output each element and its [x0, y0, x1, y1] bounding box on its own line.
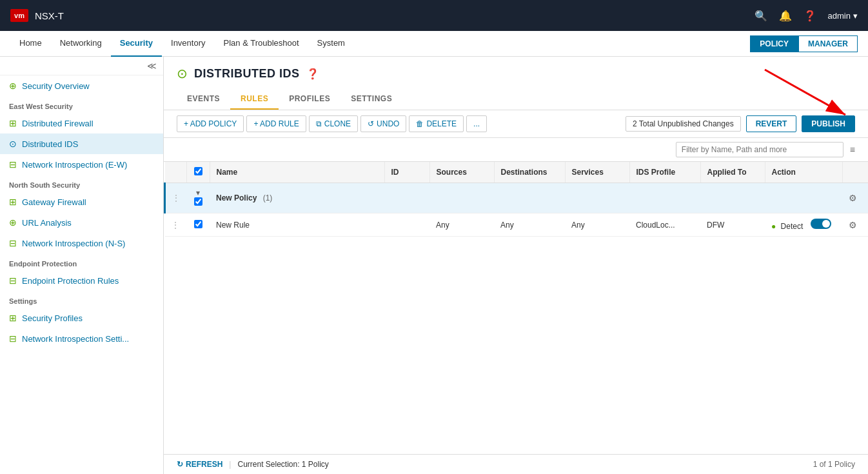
table-header-row: Name ID Sources Destinations Services ID… [165, 162, 869, 183]
page-header: ⊙ DISTRIBUTED IDS ❓ EVENTS RULES PROFILE… [164, 57, 868, 110]
user-menu[interactable]: admin ▾ [828, 11, 858, 21]
policy-checkbox[interactable] [194, 197, 202, 206]
sidebar-item-network-ns[interactable]: ⊟ Network Introspection (N-S) [0, 233, 163, 253]
sidebar-item-security-profiles[interactable]: ⊞ Security Profiles [0, 308, 163, 328]
rule-drag-handle: ⋮ [165, 213, 187, 237]
rule-name-cell: New Rule [210, 213, 384, 237]
manager-button[interactable]: MANAGER [798, 35, 858, 52]
sidebar-item-url-analysis[interactable]: ⊕ URL Analysis [0, 212, 163, 233]
sidebar-label-url-analysis: URL Analysis [22, 218, 72, 228]
publish-button[interactable]: PUBLISH [802, 115, 855, 132]
filter-input[interactable] [676, 142, 843, 157]
tab-events[interactable]: EVENTS [177, 89, 230, 110]
bell-icon[interactable]: 🔔 [779, 10, 792, 22]
clone-icon: ⧉ [316, 119, 322, 128]
detect-dot-icon: ● [771, 222, 776, 231]
rule-destinations-cell: Any [494, 213, 565, 237]
sidebar-item-security-overview[interactable]: ⊕ Security Overview [0, 75, 163, 96]
sidebar-collapse: ≪ [0, 57, 163, 75]
col-ids-profile: IDS Profile [629, 162, 700, 183]
rule-name: New Rule [216, 221, 250, 230]
policy-gear-cell: ⚙ [842, 183, 868, 213]
sidebar-label-endpoint-protection: Endpoint Protection Rules [22, 276, 119, 286]
content-area: ⊙ DISTRIBUTED IDS ❓ EVENTS RULES PROFILE… [164, 57, 868, 474]
add-policy-label: + ADD POLICY [184, 119, 237, 128]
nav-networking[interactable]: Networking [51, 31, 111, 57]
main-layout: ≪ ⊕ Security Overview East West Security… [0, 57, 868, 474]
expand-button[interactable]: ▾ [196, 188, 200, 197]
sidebar-item-endpoint-protection[interactable]: ⊟ Endpoint Protection Rules [0, 270, 163, 291]
help-icon[interactable]: ❓ [804, 10, 816, 22]
add-rule-button[interactable]: + ADD RULE [246, 115, 306, 132]
revert-button[interactable]: REVERT [746, 115, 797, 132]
policy-gear-button[interactable]: ⚙ [849, 193, 857, 203]
nav-plan[interactable]: Plan & Troubleshoot [215, 31, 308, 57]
page-title-row: ⊙ DISTRIBUTED IDS ❓ [177, 66, 855, 81]
sidebar-item-distributed-ids[interactable]: ⊙ Distributed IDS [0, 133, 163, 154]
sidebar-label-security-profiles: Security Profiles [22, 313, 83, 323]
col-applied-to: Applied To [700, 162, 765, 183]
rules-table: Name ID Sources Destinations Services ID… [164, 162, 868, 237]
rule-gear-cell: ⚙ [842, 213, 868, 237]
tab-profiles[interactable]: PROFILES [279, 89, 340, 110]
undo-button[interactable]: ↺ UNDO [360, 115, 406, 132]
sidebar-item-network-ew[interactable]: ⊟ Network Introspection (E-W) [0, 154, 163, 175]
more-button[interactable]: ... [466, 115, 487, 132]
filter-icon[interactable]: ≡ [850, 144, 855, 155]
sidebar-item-gateway-firewall[interactable]: ⊞ Gateway Firewall [0, 192, 163, 212]
refresh-label: REFRESH [186, 460, 222, 469]
clone-button[interactable]: ⧉ CLONE [309, 115, 358, 132]
col-settings [842, 162, 868, 183]
topbar-right: 🔍 🔔 ❓ admin ▾ [755, 10, 858, 22]
network-ns-icon: ⊟ [9, 238, 17, 248]
add-policy-button[interactable]: + ADD POLICY [177, 115, 244, 132]
col-id: ID [384, 162, 429, 183]
sidebar-item-distributed-firewall[interactable]: ⊞ Distributed Firewall [0, 113, 163, 133]
policy-button[interactable]: POLICY [750, 35, 798, 52]
rule-checkbox[interactable] [194, 220, 202, 228]
footer: ↻ REFRESH | Current Selection: 1 Policy … [164, 454, 868, 474]
rule-ids-profile-cell: CloudLoc... [629, 213, 700, 237]
nav-inventory[interactable]: Inventory [162, 31, 214, 57]
page-help-icon[interactable]: ❓ [306, 68, 319, 80]
footer-selection: Current Selection: 1 Policy [237, 460, 328, 469]
rule-action-cell: ● Detect [765, 213, 842, 237]
policy-drag-handle: ⋮ [165, 183, 187, 213]
policy-count: (1) [263, 193, 273, 202]
delete-button[interactable]: 🗑 DELETE [409, 115, 464, 132]
sidebar-section-settings: Settings [0, 291, 163, 308]
tab-settings[interactable]: SETTINGS [340, 89, 402, 110]
rule-checkbox-cell [186, 213, 210, 237]
search-icon[interactable]: 🔍 [755, 10, 767, 22]
firewall-icon: ⊞ [9, 118, 17, 128]
view-toggle: POLICY MANAGER [750, 35, 858, 52]
subnav: Home Networking Security Inventory Plan … [0, 31, 868, 57]
select-all-checkbox[interactable] [194, 167, 202, 175]
sidebar-label-network-ns: Network Introspection (N-S) [22, 239, 125, 248]
network-ew-icon: ⊟ [9, 159, 17, 170]
sidebar-label-network-ew: Network Introspection (E-W) [22, 160, 127, 170]
drag-icon: ⋮ [172, 221, 179, 230]
nav-home[interactable]: Home [10, 31, 51, 57]
nav-system[interactable]: System [308, 31, 354, 57]
policy-name: New Policy [216, 193, 257, 202]
refresh-button[interactable]: ↻ REFRESH [177, 460, 222, 469]
more-label: ... [473, 119, 480, 128]
tabs: EVENTS RULES PROFILES SETTINGS [177, 89, 855, 110]
page-title-icon: ⊙ [177, 66, 188, 81]
rule-gear-button[interactable]: ⚙ [849, 220, 857, 230]
sidebar-label-network-setti: Network Introspection Setti... [22, 334, 129, 344]
rule-toggle[interactable] [811, 219, 831, 229]
collapse-icon[interactable]: ≪ [147, 61, 157, 71]
vm-icon: vm [10, 9, 28, 22]
delete-icon: 🗑 [416, 119, 424, 128]
page-title: DISTRIBUTED IDS [194, 67, 300, 81]
sidebar-item-network-setti[interactable]: ⊟ Network Introspection Setti... [0, 328, 163, 349]
shield-icon: ⊕ [9, 81, 17, 91]
sidebar-label-gateway-firewall: Gateway Firewall [22, 197, 86, 207]
tab-rules[interactable]: RULES [230, 89, 279, 110]
sidebar-label-distributed-ids: Distributed IDS [22, 139, 78, 149]
undo-icon: ↺ [368, 119, 374, 128]
sidebar-section-north-south: North South Security [0, 175, 163, 192]
nav-security[interactable]: Security [111, 31, 162, 57]
